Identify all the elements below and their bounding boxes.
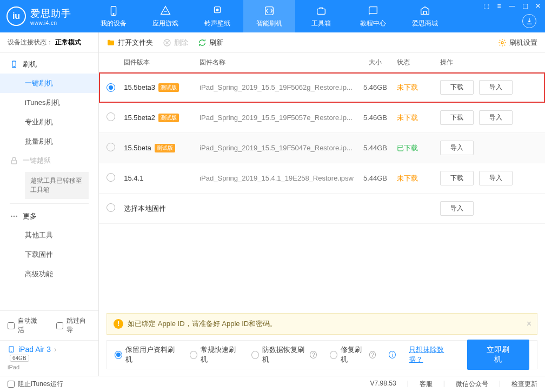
- row-radio[interactable]: [107, 112, 115, 121]
- import-button[interactable]: 导入: [479, 80, 513, 95]
- import-button[interactable]: 导入: [440, 141, 474, 155]
- firmware-status: 未下载: [397, 83, 440, 92]
- info-icon[interactable]: i: [389, 351, 396, 358]
- download-button[interactable]: 下载: [440, 171, 474, 185]
- firmware-name: iPad_Spring_2019_15.5_19F5047e_Restore.i…: [200, 144, 354, 152]
- firmware-name: iPad_Spring_2019_15.4.1_19E258_Restore.i…: [200, 174, 354, 182]
- flash-options: 保留用户资料刷机 常规快速刷机 防数据恢复刷机? 修复刷机? i 只想抹除数据？…: [107, 340, 537, 369]
- svg-point-3: [216, 9, 218, 11]
- sidebar-sub-2[interactable]: 专业刷机: [0, 112, 98, 132]
- app-url: www.i4.cn: [30, 20, 71, 26]
- opt-antidel[interactable]: 防数据恢复刷机?: [251, 345, 317, 364]
- minimize-icon[interactable]: —: [508, 2, 516, 10]
- nav-2[interactable]: 铃声壁纸: [191, 0, 243, 32]
- nav-icon: [211, 5, 223, 17]
- svg-point-7: [14, 66, 14, 67]
- app-name: 爱思助手: [30, 7, 71, 20]
- firmware-row[interactable]: 15.4.1iPad_Spring_2019_15.4.1_19E258_Res…: [99, 163, 545, 194]
- tablet-icon: [8, 346, 15, 353]
- chevron-right-icon: ›: [54, 345, 57, 354]
- device-card[interactable]: iPad Air 3 › 64GB iPad: [0, 340, 98, 376]
- delete-icon: [163, 38, 171, 47]
- menu-icon[interactable]: ≡: [495, 2, 503, 10]
- nav-0[interactable]: 我的设备: [88, 0, 139, 32]
- skip-guide-checkbox[interactable]: [56, 322, 63, 329]
- close-icon[interactable]: ✕: [534, 2, 542, 10]
- opt-repair[interactable]: 修复刷机?: [330, 345, 376, 364]
- row-radio[interactable]: [107, 83, 115, 92]
- block-itunes-checkbox[interactable]: [8, 381, 15, 388]
- sidebar-sub-1[interactable]: iTunes刷机: [0, 93, 98, 112]
- statusbar: 阻止iTunes运行 V7.98.53 | 客服 | 微信公众号 | 检查更新: [0, 376, 545, 392]
- download-manager-icon[interactable]: [522, 14, 536, 28]
- nav-icon: [108, 5, 119, 17]
- delete-button[interactable]: 删除: [163, 38, 188, 48]
- sidebar-more-1[interactable]: 下载固件: [0, 245, 98, 264]
- auto-options: 自动激活 跳过向导: [0, 311, 98, 340]
- nav-icon: [263, 5, 275, 17]
- nav-6[interactable]: 爱思商城: [399, 0, 451, 32]
- nav-1[interactable]: 应用游戏: [139, 0, 191, 32]
- beta-badge: 测试版: [158, 83, 179, 92]
- grid-icon[interactable]: ⬚: [482, 2, 490, 10]
- firmware-name: iPad_Spring_2019_15.5_19F5062g_Restore.i…: [200, 83, 354, 91]
- refresh-button[interactable]: 刷新: [198, 38, 223, 48]
- sidebar-group-flash[interactable]: 刷机: [0, 55, 98, 74]
- nav-3[interactable]: 智能刷机: [243, 0, 295, 32]
- row-radio[interactable]: [107, 203, 115, 212]
- sidebar: 设备连接状态：正常模式 刷机 一键刷机iTunes刷机专业刷机批量刷机 一键越狱…: [0, 32, 99, 376]
- maximize-icon[interactable]: ▢: [521, 2, 529, 10]
- local-firmware-row[interactable]: 选择本地固件导入: [99, 194, 545, 224]
- version-label: V7.98.53: [370, 380, 396, 389]
- download-button[interactable]: 下载: [440, 110, 474, 125]
- table-header: 固件版本 固件名称 大小 状态 操作: [99, 53, 545, 72]
- nav-icon: [367, 5, 379, 17]
- flash-settings-button[interactable]: 刷机设置: [498, 38, 537, 48]
- open-folder-button[interactable]: 打开文件夹: [107, 38, 153, 48]
- close-hint-icon[interactable]: ×: [527, 319, 531, 329]
- beta-badge: 测试版: [158, 114, 179, 122]
- import-button[interactable]: 导入: [479, 171, 513, 185]
- firmware-row[interactable]: 15.5beta3 测试版iPad_Spring_2019_15.5_19F50…: [99, 72, 545, 103]
- main-panel: 打开文件夹 删除 刷新 刷机设置 固件版本 固件名称 大小 状态 操作 15.5…: [99, 32, 545, 376]
- sidebar-more-2[interactable]: 高级功能: [0, 264, 98, 284]
- help-icon[interactable]: ?: [369, 351, 376, 358]
- lock-icon: [10, 156, 18, 165]
- firmware-version: 15.5beta 测试版: [124, 144, 200, 152]
- nav-5[interactable]: 教程中心: [347, 0, 399, 32]
- erase-link[interactable]: 只想抹除数据？: [409, 345, 454, 364]
- sidebar-group-jailbreak: 一键越狱: [0, 151, 98, 170]
- sb-update[interactable]: 检查更新: [511, 380, 537, 389]
- firmware-status: 已下载: [397, 143, 440, 153]
- opt-keep-data[interactable]: 保留用户资料刷机: [115, 345, 176, 364]
- titlebar: iu 爱思助手 www.i4.cn 我的设备应用游戏铃声壁纸智能刷机工具箱教程中…: [0, 0, 545, 32]
- firmware-row[interactable]: 15.5beta 测试版iPad_Spring_2019_15.5_19F504…: [99, 133, 545, 163]
- appleid-hint: ! 如已绑定 Apple ID，请准备好 Apple ID和密码。 ×: [107, 313, 537, 335]
- jailbreak-note: 越狱工具已转移至工具箱: [25, 172, 89, 199]
- firmware-size: 5.46GB: [354, 83, 397, 91]
- firmware-version: 15.5beta3 测试版: [124, 83, 200, 92]
- firmware-version: 15.5beta2 测试版: [124, 114, 200, 122]
- sidebar-group-more[interactable]: 更多: [0, 207, 98, 225]
- auto-activate-checkbox[interactable]: [8, 322, 15, 329]
- sidebar-sub-0[interactable]: 一键刷机: [0, 74, 98, 93]
- svg-rect-5: [317, 9, 325, 14]
- firmware-row[interactable]: 15.5beta2 测试版iPad_Spring_2019_15.5_19F50…: [99, 103, 545, 133]
- firmware-size: 5.44GB: [354, 144, 397, 152]
- sidebar-more-0[interactable]: 其他工具: [0, 225, 98, 245]
- sb-wechat[interactable]: 微信公众号: [456, 380, 488, 389]
- nav-4[interactable]: 工具箱: [295, 0, 347, 32]
- sb-support[interactable]: 客服: [420, 380, 433, 389]
- row-radio[interactable]: [107, 173, 115, 182]
- help-icon[interactable]: ?: [310, 351, 317, 358]
- warning-icon: !: [114, 319, 123, 329]
- logo-icon: iu: [6, 6, 26, 26]
- import-button[interactable]: 导入: [440, 201, 474, 216]
- refresh-icon: [198, 38, 207, 47]
- import-button[interactable]: 导入: [479, 110, 513, 125]
- sidebar-sub-3[interactable]: 批量刷机: [0, 132, 98, 151]
- row-radio[interactable]: [107, 143, 115, 151]
- opt-normal[interactable]: 常规快速刷机: [190, 345, 239, 364]
- download-button[interactable]: 下载: [440, 80, 474, 95]
- flash-now-button[interactable]: 立即刷机: [467, 340, 529, 370]
